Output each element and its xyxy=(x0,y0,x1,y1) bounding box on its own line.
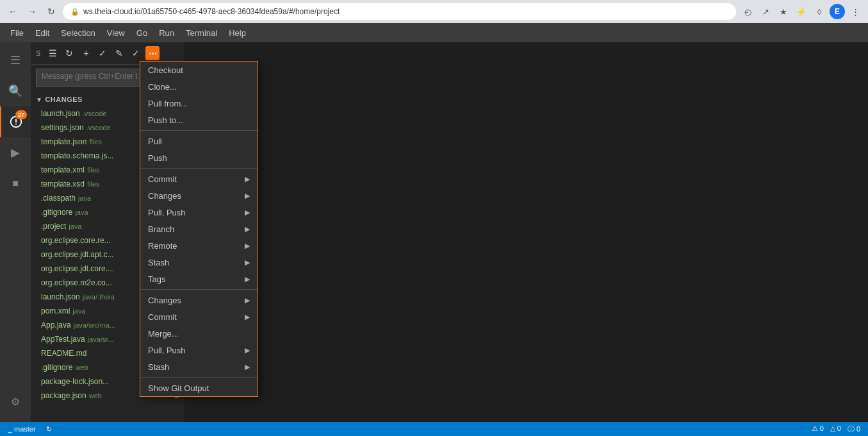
extensions-icon[interactable]: ⚡ xyxy=(794,4,809,19)
menu-branch-submenu[interactable]: Branch ▶ xyxy=(140,221,258,237)
activity-search[interactable]: 🔍 xyxy=(0,76,31,106)
filename: org.eclipse.core.re... xyxy=(41,236,111,245)
collapse-all-btn[interactable]: ☰ xyxy=(45,46,60,60)
error-count: 0 xyxy=(820,424,824,432)
reload-button[interactable]: ↻ xyxy=(44,4,59,19)
menu-terminal[interactable]: Terminal xyxy=(181,26,222,40)
submenu-arrow-icon: ▶ xyxy=(245,242,250,250)
scm-label: S xyxy=(36,49,40,57)
menu-push-to[interactable]: Push to... xyxy=(140,112,258,128)
filename: .gitignore xyxy=(41,363,72,372)
bookmark-icon[interactable]: ★ xyxy=(776,4,791,19)
activity-debug[interactable]: ▶ xyxy=(0,137,31,168)
separator-3 xyxy=(140,289,258,290)
discard-all-btn[interactable]: ↻ xyxy=(62,46,76,60)
status-errors[interactable]: ⚠ 0 xyxy=(809,424,826,433)
commit-check-btn[interactable]: ✓ xyxy=(95,46,110,60)
filepath: java/sr... xyxy=(88,335,114,343)
filename: settings.json xyxy=(41,123,84,132)
filepath: files xyxy=(87,166,100,174)
profile-icon[interactable]: ◊ xyxy=(812,4,827,19)
menu-view[interactable]: View xyxy=(102,26,130,40)
editor-area xyxy=(184,42,868,422)
menu-go[interactable]: Go xyxy=(131,26,152,40)
screen-cast-icon[interactable]: ◴ xyxy=(740,4,755,19)
menu-tags-submenu[interactable]: Tags ▶ xyxy=(140,271,258,287)
submenu-arrow-icon: ▶ xyxy=(245,296,250,305)
status-bar: ⎯ master ↻ ⚠ 0 △ 0 ⓘ 0 xyxy=(0,422,868,436)
menu-help[interactable]: Help xyxy=(224,26,251,40)
menu-pull-push-submenu[interactable]: Pull, Push ▶ xyxy=(140,204,258,221)
filename: .gitignore xyxy=(41,208,72,217)
submenu-arrow-icon: ▶ xyxy=(245,346,250,355)
main-layout: ☰ 🔍 27 ▶ ■ ⚙ S ☰ ↻ + xyxy=(0,42,868,422)
filename: package.json xyxy=(41,391,86,400)
share-icon[interactable]: ↗ xyxy=(758,4,773,19)
profile-avatar[interactable]: E xyxy=(830,4,845,19)
git-badge: 27 xyxy=(15,110,27,119)
menu-stash-2-submenu[interactable]: Stash ▶ xyxy=(140,358,258,375)
menu-changes-2-submenu[interactable]: Changes ▶ xyxy=(140,292,258,308)
status-warnings[interactable]: △ 0 xyxy=(828,424,844,433)
menu-push[interactable]: Push xyxy=(140,149,258,166)
filename: package-lock.json... xyxy=(41,377,109,386)
filename: .project xyxy=(41,222,66,231)
menu-changes-submenu[interactable]: Changes ▶ xyxy=(140,187,258,204)
filepath: java xyxy=(69,222,81,230)
filename: README.md xyxy=(41,349,86,358)
context-menu: Checkout Clone... Pull from... Push to..… xyxy=(140,61,258,397)
submenu-arrow-icon: ▶ xyxy=(245,258,250,267)
activity-git[interactable]: 27 xyxy=(0,106,31,137)
url-bar[interactable]: 🔒 ws.theia-cloud.io/01a65750-c465-4978-a… xyxy=(63,3,736,20)
menu-selection[interactable]: Selection xyxy=(56,26,100,40)
more-actions-btn[interactable]: ⋯ xyxy=(145,46,160,60)
forward-button[interactable]: → xyxy=(24,4,40,19)
activity-explorer[interactable]: ☰ xyxy=(0,45,31,76)
menu-edit[interactable]: Edit xyxy=(30,26,54,40)
app: File Edit Selection View Go Run Terminal… xyxy=(0,23,868,436)
status-sync[interactable]: ↻ xyxy=(44,422,54,436)
status-branch[interactable]: ⎯ master xyxy=(5,422,38,436)
submenu-arrow-icon: ▶ xyxy=(245,225,250,233)
back-button[interactable]: ← xyxy=(5,4,20,19)
menu-commit-submenu[interactable]: Commit ▶ xyxy=(140,171,258,187)
filename: App.java xyxy=(41,321,71,330)
more-menu-icon[interactable]: ⋮ xyxy=(848,4,863,19)
menu-stash-submenu[interactable]: Stash ▶ xyxy=(140,254,258,271)
edit-btn[interactable]: ✎ xyxy=(112,46,126,60)
stage-all-btn[interactable]: + xyxy=(79,46,93,60)
menu-merge[interactable]: Merge... xyxy=(140,325,258,342)
menu-remote-submenu[interactable]: Remote ▶ xyxy=(140,237,258,254)
menu-show-git-output[interactable]: Show Git Output xyxy=(140,380,258,396)
menu-pull[interactable]: Pull xyxy=(140,133,258,149)
filepath: files xyxy=(87,180,100,188)
filename: template.xsd xyxy=(41,180,85,189)
filepath: web xyxy=(75,364,88,371)
menu-pull-from[interactable]: Pull from... xyxy=(140,95,258,112)
sync-btn[interactable]: ✓ xyxy=(129,46,143,60)
menu-checkout[interactable]: Checkout xyxy=(140,62,258,78)
menu-commit-2-submenu[interactable]: Commit ▶ xyxy=(140,308,258,325)
status-info[interactable]: ⓘ 0 xyxy=(845,424,863,434)
filepath: java xyxy=(78,194,91,202)
activity-settings[interactable]: ⚙ xyxy=(0,386,31,417)
info-icon: ⓘ xyxy=(848,424,855,434)
menu-pull-push-2-submenu[interactable]: Pull, Push ▶ xyxy=(140,342,258,358)
filename: pom.xml xyxy=(41,306,70,315)
filename: template.xml xyxy=(41,165,85,174)
filename: org.eclipse.jdt.apt.c... xyxy=(41,250,113,259)
status-right: ⚠ 0 △ 0 ⓘ 0 xyxy=(809,424,863,434)
sync-icon: ↻ xyxy=(46,425,52,433)
filename: launch.json xyxy=(41,109,80,118)
menu-file[interactable]: File xyxy=(5,26,29,40)
menu-clone[interactable]: Clone... xyxy=(140,78,258,95)
filename: org.eclipse.jdt.core.... xyxy=(41,264,114,273)
activity-extensions[interactable]: ■ xyxy=(0,168,31,199)
separator-1 xyxy=(140,130,258,131)
error-icon: ⚠ xyxy=(812,424,818,433)
changes-title: CHANGES xyxy=(45,96,83,103)
menu-run[interactable]: Run xyxy=(154,26,179,40)
branch-icon: ⎯ xyxy=(8,425,12,433)
branch-name: master xyxy=(14,425,36,433)
filepath: .vscode xyxy=(83,110,107,117)
